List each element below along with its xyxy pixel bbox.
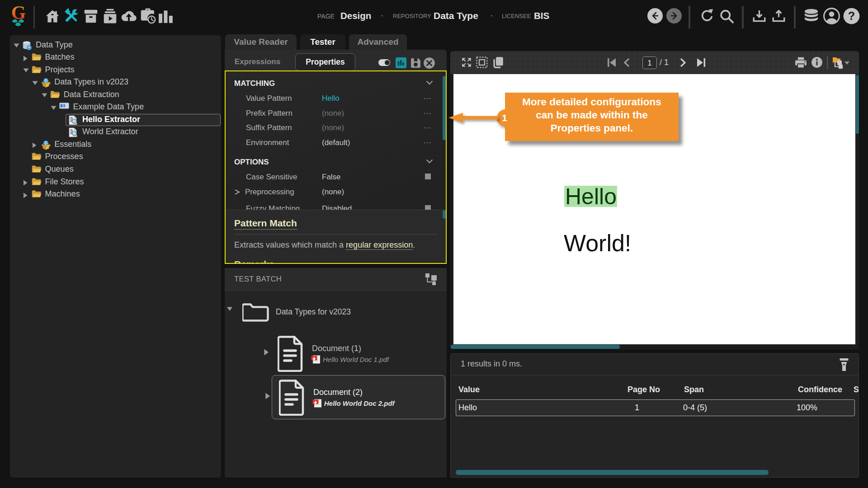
svg-text:?: ? — [848, 9, 855, 22]
